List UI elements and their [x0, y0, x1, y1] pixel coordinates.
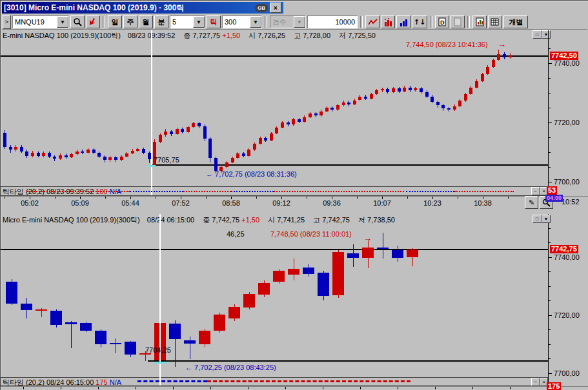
time-axis-minor-tick	[357, 197, 358, 199]
time-axis-tick	[510, 387, 511, 389]
lower-low: 7,738,50	[367, 216, 395, 224]
indicator-time: 08/24 06:15:00	[46, 378, 94, 386]
time-axis-tick	[173, 387, 174, 389]
upper-plot-area[interactable]	[1, 40, 548, 186]
sort-updown-button[interactable]: ↑↓	[412, 15, 427, 28]
minute-value: 5	[172, 18, 192, 26]
close-label: 종	[203, 216, 210, 224]
document-gray-icon	[454, 17, 462, 26]
upper-high-annotation: 7,744,50 (08/23 10:41:36)	[406, 41, 488, 48]
lower-session-break-line	[159, 214, 161, 385]
close-icon[interactable]: ×	[270, 3, 281, 13]
time-axis-tick	[248, 387, 248, 389]
time-axis-minor-tick	[458, 197, 458, 199]
new-document-button[interactable]: D	[435, 15, 449, 28]
indicator-na: N/A	[110, 188, 121, 195]
draw-tool-button[interactable]: ✎	[525, 196, 538, 209]
panel-collapse-button[interactable]: >	[3, 15, 11, 29]
upper-session-break-line	[151, 30, 152, 195]
count-input[interactable]	[307, 15, 358, 28]
individual-button[interactable]: 개별	[503, 15, 528, 28]
restore-icon[interactable]: □	[532, 215, 542, 223]
lower-last-price-badge: 7742,75	[550, 245, 578, 253]
chevron-down-icon[interactable]: ▼	[57, 16, 68, 28]
time-axis-minor-tick	[332, 197, 332, 199]
time-axis-minor-tick	[307, 197, 307, 199]
period-minute-button[interactable]: 분	[154, 15, 168, 28]
time-axis-label: 07:52	[172, 199, 190, 207]
lower-time: 08/24 06:15:00	[147, 216, 194, 224]
symbol-combo[interactable]: MNQU19 ▼	[12, 15, 69, 28]
time-axis-tick	[398, 387, 398, 389]
minimize-icon[interactable]: −	[531, 187, 540, 195]
table-grid-icon	[491, 18, 500, 26]
time-axis-label: 05:09	[71, 199, 89, 207]
indicator-value: 100	[96, 188, 107, 195]
red-bars-icon	[383, 18, 393, 26]
indicator-params: (20,2)	[26, 188, 45, 195]
lower-chart-header: Micro E-mini NASDAQ 100 (2019.9)(300틱) 0…	[3, 215, 395, 224]
time-axis-minor-tick	[105, 197, 106, 199]
indicator-params: (20,2)	[26, 378, 45, 386]
time-axis-label: 10:38	[474, 199, 492, 207]
time-axis-tick	[323, 387, 323, 389]
time-axis-minor-tick	[407, 197, 408, 199]
lower-plot-area[interactable]	[1, 224, 548, 376]
gb-badge-icon[interactable]: GB	[255, 4, 268, 12]
period-tick-button[interactable]: 틱	[207, 15, 221, 28]
price-axis-label: 7720,00	[554, 119, 580, 126]
red-arrow-icon	[88, 17, 97, 26]
lower-close: 7,742,75	[212, 216, 239, 224]
upper-chart-header: E-mini NASDAQ 100 (2019.9)(100틱) 08/23 0…	[3, 31, 376, 39]
price-axis-label: 7700,00	[554, 178, 580, 186]
toolbar-separator	[360, 16, 363, 28]
indicator-value: 175	[96, 378, 107, 386]
period-week-button[interactable]: 주	[123, 15, 137, 28]
high-label: 고	[294, 32, 301, 39]
low-label: 저	[339, 32, 346, 39]
chevron-down-icon[interactable]: ▼	[193, 16, 205, 28]
lower-panel-window-buttons: □ ▼	[532, 215, 551, 223]
lower-indicator-text: 틱타임 (20,2) 08/24 06:15:00 175 N/A	[3, 378, 121, 387]
tick-bars-blue-button[interactable]	[396, 15, 411, 28]
grid-button[interactable]	[488, 15, 502, 28]
chevron-down-icon[interactable]: ▼	[250, 16, 261, 28]
toolbar: > MNQU19 ▼ 일 주 월 분 5 ▼ 틱 300 ▼ 건수 ▼	[2, 15, 587, 30]
tick-count-combo[interactable]: 300 ▼	[222, 15, 262, 28]
upper-last-price-badge: 7742,50	[550, 52, 578, 60]
panel-menu-icon[interactable]: ▼	[542, 30, 551, 39]
time-axis-label: 05:02	[21, 199, 39, 207]
price-axis-label: 7740,00	[554, 59, 580, 67]
window-title: [3010] Micro E-mini NASDAQ 100 (2019.9) …	[4, 3, 255, 14]
report-button[interactable]	[472, 15, 487, 28]
line-chart-button[interactable]	[365, 15, 380, 28]
period-day-button[interactable]: 일	[108, 15, 122, 28]
close-label: 종	[183, 32, 190, 39]
minute-combo[interactable]: 5 ▼	[170, 15, 205, 28]
upper-close: 7,727,75	[192, 32, 220, 39]
chart-select-button[interactable]	[86, 15, 100, 28]
symbol-value: MNQU19	[15, 18, 56, 26]
minimize-icon[interactable]: −	[531, 378, 540, 386]
restore-icon[interactable]: □	[532, 30, 542, 39]
open-label: 시	[268, 216, 275, 224]
time-axis-minor-tick	[432, 197, 433, 199]
price-axis-label: 7740,00	[554, 253, 580, 261]
tick-bars-red-button[interactable]	[381, 15, 395, 28]
upper-low: 7,725,50	[348, 32, 376, 39]
time-axis-label: 05:44	[121, 199, 139, 207]
time-axis-minor-tick	[206, 197, 207, 199]
time-axis-tick	[472, 387, 473, 389]
lower-axis-border	[548, 214, 549, 385]
time-axis-minor-tick	[231, 197, 232, 199]
symbol-search-button[interactable]	[70, 15, 85, 28]
upper-low-annotation: ← 7,702,75 (08/23 08:31:36)	[206, 170, 297, 178]
upper-open: 7,726,25	[258, 32, 285, 39]
period-month-button[interactable]: 월	[139, 15, 153, 28]
panel-menu-icon[interactable]: ▼	[542, 215, 551, 223]
upper-indicator-value-badge: 53	[547, 186, 557, 195]
toolbar-separator	[103, 16, 105, 28]
lower-change: +1,50	[241, 216, 259, 224]
title-bar[interactable]: [3010] Micro E-mini NASDAQ 100 (2019.9) …	[2, 2, 283, 14]
upper-change: +1,50	[222, 32, 240, 39]
